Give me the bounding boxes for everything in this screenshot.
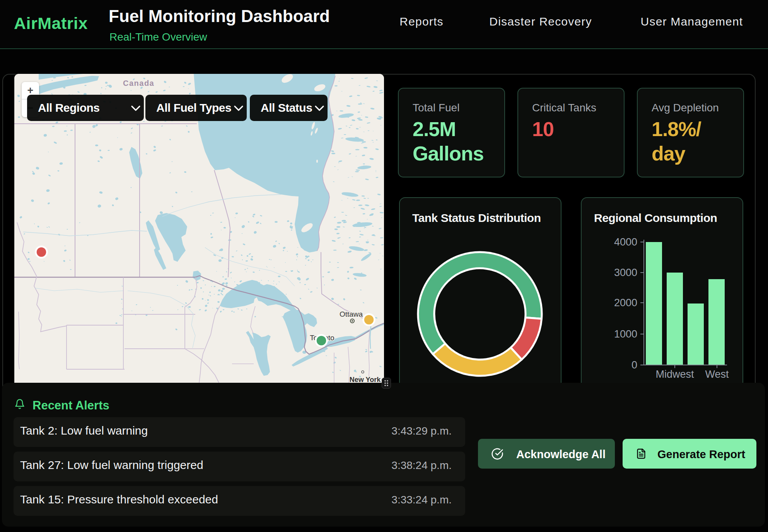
svg-text:Ottawa: Ottawa	[340, 310, 363, 318]
svg-text:Canada: Canada	[123, 79, 154, 87]
svg-text:3000: 3000	[614, 267, 637, 278]
svg-text:4000: 4000	[614, 236, 637, 248]
svg-text:Midwest: Midwest	[655, 368, 694, 380]
svg-text:0: 0	[631, 359, 637, 371]
svg-text:New York: New York	[350, 376, 381, 383]
svg-text:1000: 1000	[614, 328, 637, 340]
svg-text:2000: 2000	[614, 297, 637, 309]
svg-text:West: West	[705, 368, 729, 380]
